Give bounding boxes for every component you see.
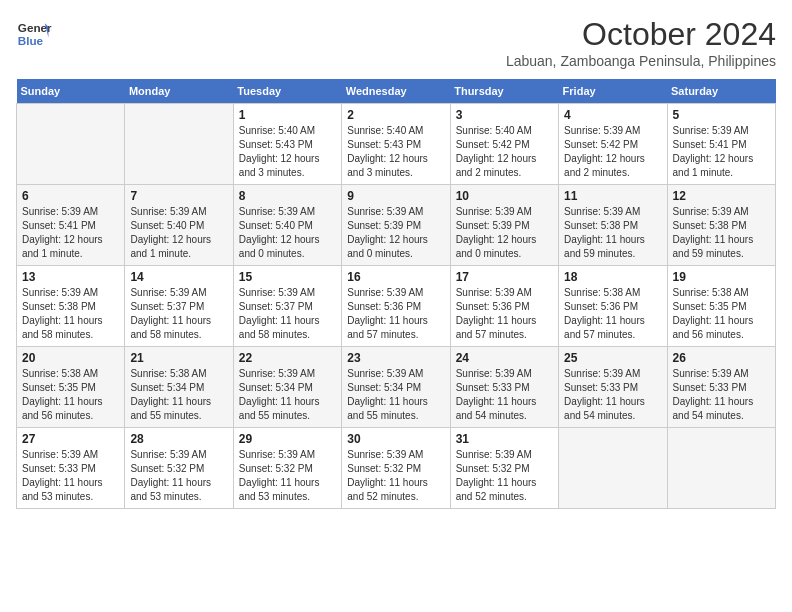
day-number: 14 [130, 270, 227, 284]
day-info: Sunrise: 5:40 AM Sunset: 5:42 PM Dayligh… [456, 124, 553, 180]
day-info: Sunrise: 5:39 AM Sunset: 5:32 PM Dayligh… [456, 448, 553, 504]
calendar-cell: 23Sunrise: 5:39 AM Sunset: 5:34 PM Dayli… [342, 347, 450, 428]
day-info: Sunrise: 5:38 AM Sunset: 5:34 PM Dayligh… [130, 367, 227, 423]
calendar-cell: 19Sunrise: 5:38 AM Sunset: 5:35 PM Dayli… [667, 266, 775, 347]
day-header-saturday: Saturday [667, 79, 775, 104]
day-number: 5 [673, 108, 770, 122]
calendar-cell: 25Sunrise: 5:39 AM Sunset: 5:33 PM Dayli… [559, 347, 667, 428]
day-info: Sunrise: 5:39 AM Sunset: 5:40 PM Dayligh… [130, 205, 227, 261]
calendar-cell: 21Sunrise: 5:38 AM Sunset: 5:34 PM Dayli… [125, 347, 233, 428]
day-info: Sunrise: 5:39 AM Sunset: 5:37 PM Dayligh… [239, 286, 336, 342]
day-info: Sunrise: 5:40 AM Sunset: 5:43 PM Dayligh… [239, 124, 336, 180]
day-number: 26 [673, 351, 770, 365]
day-number: 6 [22, 189, 119, 203]
day-info: Sunrise: 5:39 AM Sunset: 5:38 PM Dayligh… [564, 205, 661, 261]
day-number: 12 [673, 189, 770, 203]
day-number: 17 [456, 270, 553, 284]
day-number: 3 [456, 108, 553, 122]
logo: General Blue [16, 16, 52, 52]
calendar-cell [17, 104, 125, 185]
calendar-cell: 14Sunrise: 5:39 AM Sunset: 5:37 PM Dayli… [125, 266, 233, 347]
day-number: 20 [22, 351, 119, 365]
day-number: 4 [564, 108, 661, 122]
calendar-cell: 31Sunrise: 5:39 AM Sunset: 5:32 PM Dayli… [450, 428, 558, 509]
calendar-cell: 8Sunrise: 5:39 AM Sunset: 5:40 PM Daylig… [233, 185, 341, 266]
day-info: Sunrise: 5:39 AM Sunset: 5:39 PM Dayligh… [347, 205, 444, 261]
day-info: Sunrise: 5:39 AM Sunset: 5:36 PM Dayligh… [347, 286, 444, 342]
day-info: Sunrise: 5:40 AM Sunset: 5:43 PM Dayligh… [347, 124, 444, 180]
day-number: 18 [564, 270, 661, 284]
calendar-week-5: 27Sunrise: 5:39 AM Sunset: 5:33 PM Dayli… [17, 428, 776, 509]
calendar-cell [667, 428, 775, 509]
day-info: Sunrise: 5:39 AM Sunset: 5:33 PM Dayligh… [673, 367, 770, 423]
day-header-friday: Friday [559, 79, 667, 104]
day-number: 25 [564, 351, 661, 365]
calendar-cell: 24Sunrise: 5:39 AM Sunset: 5:33 PM Dayli… [450, 347, 558, 428]
calendar-cell: 6Sunrise: 5:39 AM Sunset: 5:41 PM Daylig… [17, 185, 125, 266]
calendar-cell: 11Sunrise: 5:39 AM Sunset: 5:38 PM Dayli… [559, 185, 667, 266]
day-number: 19 [673, 270, 770, 284]
day-info: Sunrise: 5:39 AM Sunset: 5:32 PM Dayligh… [347, 448, 444, 504]
day-number: 15 [239, 270, 336, 284]
day-info: Sunrise: 5:39 AM Sunset: 5:36 PM Dayligh… [456, 286, 553, 342]
calendar-cell: 29Sunrise: 5:39 AM Sunset: 5:32 PM Dayli… [233, 428, 341, 509]
calendar-cell: 5Sunrise: 5:39 AM Sunset: 5:41 PM Daylig… [667, 104, 775, 185]
calendar-body: 1Sunrise: 5:40 AM Sunset: 5:43 PM Daylig… [17, 104, 776, 509]
calendar-cell: 28Sunrise: 5:39 AM Sunset: 5:32 PM Dayli… [125, 428, 233, 509]
day-number: 10 [456, 189, 553, 203]
day-info: Sunrise: 5:39 AM Sunset: 5:38 PM Dayligh… [22, 286, 119, 342]
calendar-cell: 27Sunrise: 5:39 AM Sunset: 5:33 PM Dayli… [17, 428, 125, 509]
day-info: Sunrise: 5:39 AM Sunset: 5:39 PM Dayligh… [456, 205, 553, 261]
day-number: 28 [130, 432, 227, 446]
day-info: Sunrise: 5:38 AM Sunset: 5:36 PM Dayligh… [564, 286, 661, 342]
calendar-cell [559, 428, 667, 509]
day-number: 24 [456, 351, 553, 365]
day-info: Sunrise: 5:39 AM Sunset: 5:37 PM Dayligh… [130, 286, 227, 342]
logo-icon: General Blue [16, 16, 52, 52]
calendar-cell [125, 104, 233, 185]
day-info: Sunrise: 5:39 AM Sunset: 5:34 PM Dayligh… [347, 367, 444, 423]
calendar-week-2: 6Sunrise: 5:39 AM Sunset: 5:41 PM Daylig… [17, 185, 776, 266]
calendar-cell: 18Sunrise: 5:38 AM Sunset: 5:36 PM Dayli… [559, 266, 667, 347]
day-header-tuesday: Tuesday [233, 79, 341, 104]
day-number: 9 [347, 189, 444, 203]
calendar-week-4: 20Sunrise: 5:38 AM Sunset: 5:35 PM Dayli… [17, 347, 776, 428]
day-info: Sunrise: 5:38 AM Sunset: 5:35 PM Dayligh… [22, 367, 119, 423]
day-number: 8 [239, 189, 336, 203]
page-title: October 2024 [506, 16, 776, 53]
day-info: Sunrise: 5:39 AM Sunset: 5:33 PM Dayligh… [456, 367, 553, 423]
page-subtitle: Labuan, Zamboanga Peninsula, Philippines [506, 53, 776, 69]
day-header-wednesday: Wednesday [342, 79, 450, 104]
day-header-sunday: Sunday [17, 79, 125, 104]
day-info: Sunrise: 5:39 AM Sunset: 5:38 PM Dayligh… [673, 205, 770, 261]
calendar-cell: 22Sunrise: 5:39 AM Sunset: 5:34 PM Dayli… [233, 347, 341, 428]
calendar-cell: 15Sunrise: 5:39 AM Sunset: 5:37 PM Dayli… [233, 266, 341, 347]
calendar-cell: 26Sunrise: 5:39 AM Sunset: 5:33 PM Dayli… [667, 347, 775, 428]
calendar-cell: 7Sunrise: 5:39 AM Sunset: 5:40 PM Daylig… [125, 185, 233, 266]
day-info: Sunrise: 5:39 AM Sunset: 5:33 PM Dayligh… [564, 367, 661, 423]
day-number: 30 [347, 432, 444, 446]
calendar-cell: 20Sunrise: 5:38 AM Sunset: 5:35 PM Dayli… [17, 347, 125, 428]
day-number: 22 [239, 351, 336, 365]
day-header-monday: Monday [125, 79, 233, 104]
day-number: 27 [22, 432, 119, 446]
day-info: Sunrise: 5:39 AM Sunset: 5:32 PM Dayligh… [239, 448, 336, 504]
calendar-cell: 16Sunrise: 5:39 AM Sunset: 5:36 PM Dayli… [342, 266, 450, 347]
page-header: General Blue October 2024 Labuan, Zamboa… [16, 16, 776, 69]
svg-text:Blue: Blue [18, 34, 44, 47]
calendar-cell: 12Sunrise: 5:39 AM Sunset: 5:38 PM Dayli… [667, 185, 775, 266]
day-info: Sunrise: 5:39 AM Sunset: 5:33 PM Dayligh… [22, 448, 119, 504]
calendar-week-1: 1Sunrise: 5:40 AM Sunset: 5:43 PM Daylig… [17, 104, 776, 185]
calendar-cell: 13Sunrise: 5:39 AM Sunset: 5:38 PM Dayli… [17, 266, 125, 347]
day-info: Sunrise: 5:39 AM Sunset: 5:41 PM Dayligh… [22, 205, 119, 261]
calendar-cell: 9Sunrise: 5:39 AM Sunset: 5:39 PM Daylig… [342, 185, 450, 266]
calendar-cell: 1Sunrise: 5:40 AM Sunset: 5:43 PM Daylig… [233, 104, 341, 185]
calendar-cell: 17Sunrise: 5:39 AM Sunset: 5:36 PM Dayli… [450, 266, 558, 347]
calendar-cell: 4Sunrise: 5:39 AM Sunset: 5:42 PM Daylig… [559, 104, 667, 185]
day-info: Sunrise: 5:39 AM Sunset: 5:41 PM Dayligh… [673, 124, 770, 180]
day-number: 23 [347, 351, 444, 365]
calendar-cell: 10Sunrise: 5:39 AM Sunset: 5:39 PM Dayli… [450, 185, 558, 266]
calendar-week-3: 13Sunrise: 5:39 AM Sunset: 5:38 PM Dayli… [17, 266, 776, 347]
day-number: 16 [347, 270, 444, 284]
calendar-table: SundayMondayTuesdayWednesdayThursdayFrid… [16, 79, 776, 509]
